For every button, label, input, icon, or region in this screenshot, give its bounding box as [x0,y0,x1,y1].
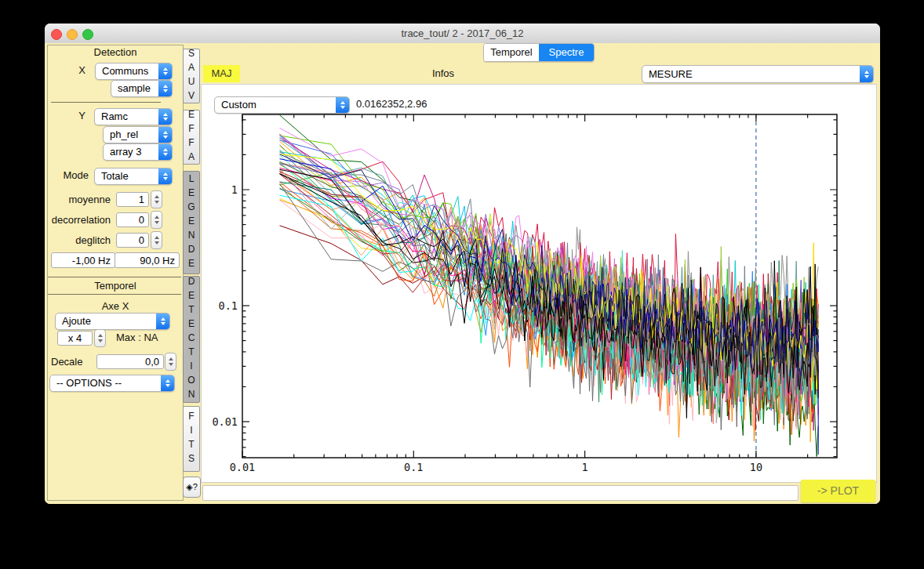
y-axis-label: Y [59,108,85,124]
separator [48,277,181,277]
side-tab-sauv[interactable]: SAUV [183,49,200,103]
decorrelation-stepper[interactable] [151,211,162,229]
axe-x-label: Axe X [48,300,183,312]
deglitch-stepper[interactable] [151,231,162,249]
detection-section-title: Detection [48,46,183,58]
dropdown-arrows-icon [336,97,349,113]
dropdown-arrows-icon [158,169,172,184]
options-select[interactable]: -- OPTIONS -- [49,375,175,392]
dropdown-arrows-icon [158,109,172,125]
decorrelation-label: decorrelation [48,212,111,228]
x-select-1[interactable]: Communs [95,63,173,80]
svg-text:1: 1 [582,461,588,473]
deglitch-field[interactable]: 0 [116,233,149,248]
deglitch-label: deglitch [48,233,111,248]
decale-label: Decale [51,354,94,370]
detection-sidebar: Detection X Communs sample Y Ramc ph [47,45,184,501]
svg-text:10: 10 [750,461,762,473]
help-icon: ◈? [186,482,198,492]
tab-spectre[interactable]: Spectre [539,44,594,61]
plot-panel: 0.010.111010.10.01 Custom 0.0162352,2.96 [201,84,877,483]
infos-label: Infos [404,67,482,79]
command-input[interactable] [202,485,798,501]
dropdown-arrows-icon [158,127,172,143]
spectre-plot[interactable]: 0.010.111010.10.01 [202,85,878,484]
mesure-select[interactable]: MESURE [642,65,874,83]
svg-text:1: 1 [231,183,238,196]
side-tab-effa[interactable]: EFFA [183,110,200,165]
y-select-2[interactable]: ph_rel [103,126,173,143]
mode-select[interactable]: Totale [94,168,173,185]
side-tab-legende[interactable]: LEGENDE [183,171,200,274]
window-title: trace_tout/ 2 - 2017_06_12 [45,24,880,43]
freq-max-field[interactable]: 90,0 Hz [115,252,180,268]
cursor-coordinates: 0.0162352,2.96 [356,96,427,112]
decale-stepper[interactable] [165,353,176,371]
plot-button[interactable]: -> PLOT [801,480,875,502]
freq-min-field[interactable]: -1,00 Hz [51,252,115,268]
dropdown-arrows-icon [860,66,873,82]
multiplier-field[interactable]: x 4 [57,331,93,346]
mode-label: Mode [48,168,89,183]
svg-text:0.01: 0.01 [230,461,256,473]
view-tab-bar: Temporel Spectre [483,43,595,62]
side-tab-detection[interactable]: DETECTION [183,276,200,403]
svg-text:0.1: 0.1 [219,299,238,312]
moyenne-stepper[interactable] [151,190,162,208]
side-tab-fits[interactable]: FITS [183,406,200,472]
y-select-1[interactable]: Ramc [94,108,173,125]
axe-x-select[interactable]: Ajoute [55,313,170,330]
title-bar: trace_tout/ 2 - 2017_06_12 [45,24,880,44]
decorrelation-field[interactable]: 0 [116,212,149,227]
svg-text:0.1: 0.1 [404,461,423,473]
screen: trace_tout/ 2 - 2017_06_12 Detection X C… [0,0,924,569]
max-label: Max : NA [116,330,179,346]
moyenne-field[interactable]: 1 [116,192,149,207]
multiplier-stepper[interactable] [94,329,106,347]
dropdown-arrows-icon [158,63,172,79]
main-content: Detection X Communs sample Y Ramc ph [45,43,880,504]
separator [48,294,181,295]
y-select-3[interactable]: array 3 [103,143,173,161]
svg-text:0.01: 0.01 [212,415,238,428]
x-axis-label: X [59,63,85,78]
temporel-section-title: Temporel [48,280,183,292]
app-window: trace_tout/ 2 - 2017_06_12 Detection X C… [45,24,880,504]
tab-temporel[interactable]: Temporel [484,44,539,61]
moyenne-label: moyenne [48,192,111,208]
help-button[interactable]: ◈? [183,477,201,498]
separator [51,102,161,103]
dropdown-arrows-icon [158,144,172,160]
x-select-2[interactable]: sample [111,80,173,97]
maj-button[interactable]: MAJ [203,65,240,82]
scale-select[interactable]: Custom [214,96,350,114]
decale-field[interactable]: 0,0 [96,354,164,369]
dropdown-arrows-icon [156,313,169,329]
dropdown-arrows-icon [161,375,174,391]
dropdown-arrows-icon [158,81,172,96]
